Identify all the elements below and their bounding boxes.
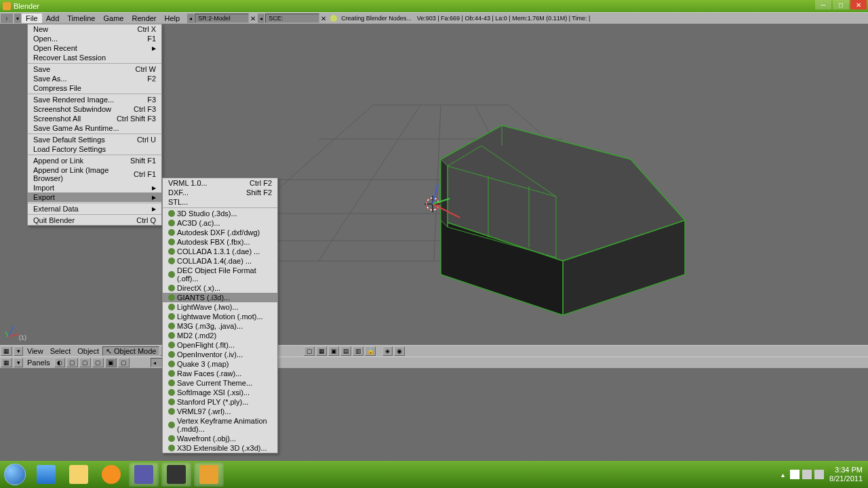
menu-render[interactable]: Render [127, 14, 160, 23]
file-menu-item[interactable]: Screenshot SubwindowCtrl F3 [28, 104, 161, 114]
task-ie[interactable] [31, 462, 61, 487]
panel-icon-1[interactable]: ◐ [54, 358, 65, 367]
widget-translate-icon[interactable]: ◈ [382, 346, 393, 356]
file-menu-item[interactable]: Export▶ [28, 192, 161, 202]
close-button[interactable]: ✕ [850, 0, 867, 9]
editor-type-icon[interactable]: ▦ [1, 346, 12, 356]
file-menu-item[interactable]: External Data▶ [28, 204, 161, 214]
system-clock[interactable]: 3:34 PM 8/21/2011 [829, 466, 863, 483]
export-menu-item[interactable]: Vertex Keyframe Animation (.mdd)... [163, 416, 277, 434]
menu-select[interactable]: Select [47, 347, 75, 355]
file-menu-item[interactable]: Save Rendered Image...F3 [28, 95, 161, 104]
panel-icon-3[interactable]: ▢ [79, 358, 91, 367]
file-menu-item[interactable]: Screenshot AllCtrl Shift F3 [28, 114, 161, 123]
draw-shaded-icon[interactable]: ▤ [340, 346, 351, 356]
sr-close-icon[interactable]: ✕ [249, 15, 257, 22]
draw-tex-icon[interactable]: ▥ [353, 346, 363, 356]
draw-wire-icon[interactable]: ▦ [316, 346, 327, 356]
lock-icon[interactable]: 🔒 [365, 346, 376, 356]
export-menu-item[interactable]: Stanford PLY (*.ply)... [163, 397, 277, 407]
menu-view[interactable]: View [24, 347, 47, 355]
export-menu-item[interactable]: AC3D (.ac)... [163, 218, 277, 228]
export-menu-item[interactable]: Autodesk FBX (.fbx)... [163, 237, 277, 247]
file-menu-item[interactable]: NewCtrl X [28, 24, 161, 34]
file-menu-item[interactable]: Open...F1 [28, 34, 161, 43]
tray-volume-icon[interactable] [814, 470, 824, 479]
task-explorer[interactable] [64, 462, 94, 487]
export-menu-item[interactable]: VRML 1.0...Ctrl F2 [163, 178, 277, 188]
task-camera[interactable] [161, 462, 191, 487]
panel-icon-4[interactable]: ▢ [92, 358, 104, 367]
maximize-button[interactable]: □ [833, 0, 849, 9]
file-menu-item[interactable]: Append or LinkShift F1 [28, 156, 161, 165]
file-menu-item[interactable]: Save Game As Runtime... [28, 123, 161, 133]
file-menu-item[interactable]: Import▶ [28, 183, 161, 192]
export-menu-item[interactable]: SoftImage XSI (.xsi)... [163, 388, 277, 397]
export-menu-item[interactable]: Save Current Theme... [163, 378, 277, 388]
export-menu-item[interactable]: M3G (.m3g, .java)... [163, 321, 277, 331]
export-menu-item[interactable]: COLLADA 1.4(.dae) ... [163, 256, 277, 266]
export-menu-item[interactable]: OpenFlight (.flt)... [163, 340, 277, 350]
menu-game[interactable]: Game [99, 14, 127, 23]
mode-select[interactable]: ↖ Object Mode [102, 346, 159, 356]
export-menu-item[interactable]: Wavefront (.obj)... [163, 434, 277, 443]
draw-bbox-icon[interactable]: ▢ [304, 346, 315, 356]
toolbar-dropdown-icon[interactable]: ▾ [14, 346, 23, 356]
file-menu-item[interactable]: Quit BlenderCtrl Q [28, 216, 161, 225]
file-menu-item[interactable]: Load Factory Settings [28, 144, 161, 154]
task-hwinfo[interactable] [129, 462, 159, 487]
tray-flag-icon[interactable] [790, 470, 800, 479]
dropdown-icon[interactable]: ▾ [14, 14, 21, 23]
sr-field[interactable]: SR:2-Model [195, 14, 249, 23]
draw-solid-icon[interactable]: ▣ [328, 346, 339, 356]
export-menu-item[interactable]: Lightwave Motion (.mot)... [163, 312, 277, 321]
menu-timeline[interactable]: Timeline [63, 14, 99, 23]
task-wmp[interactable] [96, 462, 126, 487]
3d-view-toolbar: ▦ ▾ View Select Object ↖ Object Mode ▾ ●… [0, 345, 868, 357]
export-menu-item[interactable]: DXF...Shift F2 [163, 188, 277, 197]
file-menu-item[interactable]: Save As...F2 [28, 74, 161, 83]
widget-rotate-icon[interactable]: ◉ [394, 346, 405, 356]
file-menu-item[interactable]: Compress File [28, 83, 161, 93]
svg-line-31 [5, 331, 8, 337]
export-menu-item[interactable]: Quake 3 (.map) [163, 359, 277, 369]
export-menu-item[interactable]: DEC Object File Format (.off)... [163, 266, 277, 283]
file-menu-item[interactable]: Append or Link (Image Browser)Ctrl F1 [28, 165, 161, 183]
sce-arrow-icon[interactable]: ◂ [258, 14, 264, 23]
tray-network-icon[interactable] [802, 470, 812, 479]
export-menu-item[interactable]: LightWave (.lwo)... [163, 302, 277, 312]
menu-object[interactable]: Object [74, 347, 102, 355]
export-menu-item[interactable]: X3D Extensible 3D (.x3d)... [163, 443, 277, 453]
info-header-icon[interactable]: i [1, 14, 13, 23]
sce-close-icon[interactable]: ✕ [319, 15, 328, 22]
buttons-dropdown-icon[interactable]: ▾ [14, 358, 23, 367]
scene-arrow-icon[interactable]: ◂ [187, 14, 194, 23]
panel-icon-5[interactable]: ▣ [105, 358, 117, 367]
panel-icon-2[interactable]: ▢ [66, 358, 78, 367]
export-menu-item[interactable]: DirectX (.x)... [163, 283, 277, 293]
panel-icon-6[interactable]: ▢ [118, 358, 130, 367]
export-menu-item[interactable]: STL... [163, 197, 277, 207]
export-menu-item[interactable]: OpenInventor (.iv)... [163, 350, 277, 359]
export-menu-item[interactable]: VRML97 (.wrl)... [163, 407, 277, 416]
sce-field[interactable]: SCE: [265, 14, 319, 23]
file-menu-item[interactable]: Open Recent▶ [28, 43, 161, 53]
buttons-editor-icon[interactable]: ▦ [1, 358, 12, 367]
export-menu-item[interactable]: 3D Studio (.3ds)... [163, 209, 277, 218]
export-menu-item[interactable]: Raw Faces (.raw)... [163, 369, 277, 378]
start-button[interactable] [0, 461, 30, 488]
export-menu-item[interactable]: GIANTS (.i3d)... [163, 293, 277, 302]
minimize-button[interactable]: ─ [815, 0, 831, 9]
tray-expand-icon[interactable]: ▴ [781, 471, 785, 479]
export-menu-item[interactable]: Autodesk DXF (.dxf/dwg) [163, 228, 277, 237]
file-menu-item[interactable]: Save Default SettingsCtrl U [28, 135, 161, 144]
menu-help[interactable]: Help [161, 14, 184, 23]
file-menu-item[interactable]: SaveCtrl W [28, 64, 161, 74]
export-menu-item[interactable]: MD2 (.md2) [163, 331, 277, 340]
export-menu-item[interactable]: COLLADA 1.3.1 (.dae) ... [163, 247, 277, 256]
menu-add[interactable]: Add [42, 14, 64, 23]
menu-file[interactable]: File [22, 14, 42, 23]
file-menu-item[interactable]: Recover Last Session [28, 53, 161, 62]
task-blender[interactable] [194, 462, 224, 487]
spinner-left-icon[interactable]: ◂ [151, 360, 158, 366]
